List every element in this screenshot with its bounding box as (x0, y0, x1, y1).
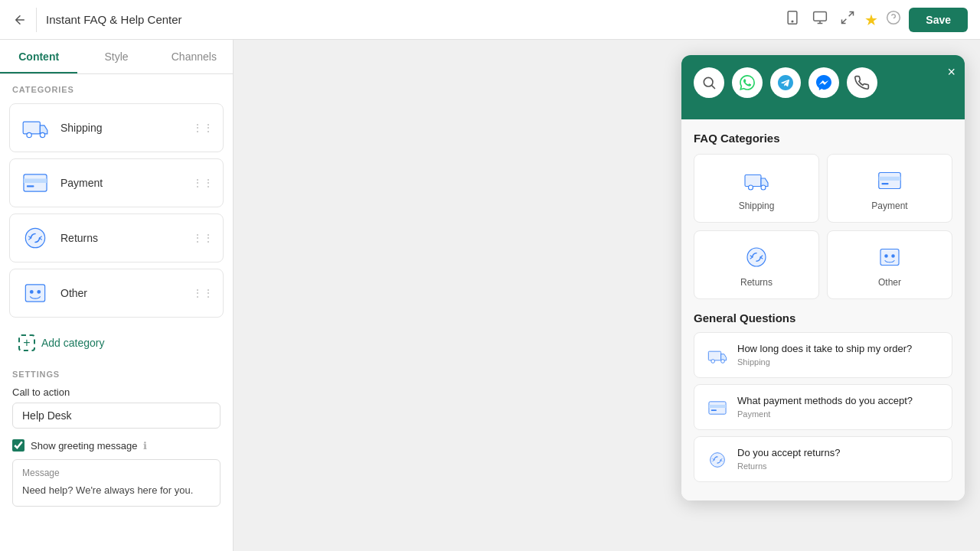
show-greeting-checkbox[interactable] (12, 439, 24, 452)
preview-area: × (234, 40, 980, 551)
svg-rect-29 (709, 405, 726, 408)
faq-payment-icon (874, 165, 905, 196)
gq-item-shipping[interactable]: How long does it take to ship my order? … (694, 332, 952, 378)
gq-item-text: How long does it take to ship my order? … (737, 342, 912, 367)
svg-point-16 (749, 185, 753, 190)
whatsapp-channel-icon[interactable] (732, 67, 763, 98)
telegram-channel-icon[interactable] (770, 67, 801, 98)
faq-card-returns[interactable]: Returns (694, 230, 819, 299)
faq-categories-title: FAQ Categories (694, 132, 952, 145)
drag-handle[interactable]: ⋮⋮ (192, 177, 214, 189)
add-icon: + (18, 334, 35, 351)
search-channel-icon[interactable] (694, 67, 724, 98)
faq-card-label: Other (878, 277, 901, 288)
list-item[interactable]: Payment ⋮⋮ (9, 158, 224, 207)
drag-handle[interactable]: ⋮⋮ (192, 122, 214, 134)
svg-point-10 (25, 228, 44, 247)
svg-point-21 (747, 248, 766, 266)
svg-rect-4 (23, 122, 40, 134)
svg-rect-8 (24, 178, 47, 183)
widget-header: × (681, 55, 965, 119)
svg-rect-11 (25, 285, 44, 302)
tab-content[interactable]: Content (0, 40, 77, 73)
tablet-icon[interactable] (785, 10, 800, 29)
svg-point-13 (37, 290, 41, 294)
faq-widget: × (681, 55, 965, 500)
add-category-button[interactable]: + Add category (0, 327, 233, 359)
category-name: Shipping (60, 122, 192, 134)
gq-category: Shipping (737, 357, 912, 367)
returns-icon (19, 222, 51, 254)
other-icon (19, 277, 51, 309)
list-item[interactable]: Other ⋮⋮ (9, 269, 224, 318)
drag-handle[interactable]: ⋮⋮ (192, 287, 214, 299)
tab-style[interactable]: Style (77, 40, 155, 73)
gq-item-returns[interactable]: Do you accept returns? Returns (694, 436, 952, 482)
shipping-icon (19, 112, 51, 144)
star-icon[interactable]: ★ (864, 11, 878, 29)
gq-item-payment[interactable]: What payment methods do you accept? Paym… (694, 384, 952, 430)
main-layout: Content Style Channels CATEGORIES Shippi… (0, 40, 980, 551)
svg-point-26 (711, 360, 715, 364)
svg-point-24 (891, 254, 895, 258)
widget-close-button[interactable]: × (947, 64, 956, 80)
gq-question: How long does it take to ship my order? (737, 342, 912, 356)
gq-payment-icon (705, 396, 730, 420)
monitor-icon[interactable] (812, 10, 828, 29)
category-name: Other (60, 287, 192, 299)
category-name: Returns (60, 232, 192, 244)
faq-card-payment[interactable]: Payment (827, 154, 952, 223)
tab-channels[interactable]: Channels (155, 40, 233, 73)
faq-card-label: Payment (871, 201, 907, 211)
add-category-label: Add category (41, 337, 105, 349)
general-questions-title: General Questions (694, 311, 952, 324)
faq-other-icon (874, 242, 905, 272)
list-item[interactable]: Returns ⋮⋮ (9, 214, 224, 262)
topbar: Instant FAQ & Help Center ★ Save (0, 0, 980, 40)
svg-point-6 (40, 132, 44, 137)
gq-item-text: Do you accept returns? Returns (737, 446, 840, 471)
tabs: Content Style Channels (0, 40, 233, 74)
cta-label: Call to action (12, 386, 220, 398)
svg-rect-15 (745, 175, 761, 187)
svg-rect-30 (711, 409, 717, 411)
gq-question: Do you accept returns? (737, 446, 840, 460)
left-panel: Content Style Channels CATEGORIES Shippi… (0, 40, 234, 551)
info-icon: ℹ (143, 440, 147, 452)
svg-rect-20 (882, 183, 889, 184)
gq-question: What payment methods do you accept? (737, 394, 913, 408)
help-icon[interactable] (886, 10, 901, 29)
gq-category: Payment (737, 409, 913, 419)
save-button[interactable]: Save (909, 8, 968, 32)
device-selector (785, 10, 855, 29)
svg-rect-19 (879, 177, 901, 181)
faq-card-other[interactable]: Other (827, 230, 952, 299)
category-list: Shipping ⋮⋮ Payment ⋮⋮ (0, 100, 233, 327)
payment-icon (19, 167, 51, 199)
message-label: Message (22, 468, 211, 478)
faq-card-shipping[interactable]: Shipping (694, 154, 819, 223)
svg-point-3 (887, 11, 900, 24)
list-item[interactable]: Shipping ⋮⋮ (9, 103, 224, 152)
category-name: Payment (60, 177, 192, 189)
back-button[interactable] (12, 8, 37, 32)
page-title: Instant FAQ & Help Center (46, 13, 776, 26)
svg-point-5 (27, 132, 31, 137)
faq-returns-icon (741, 242, 772, 272)
messenger-channel-icon[interactable] (808, 67, 839, 98)
cta-input[interactable] (12, 403, 220, 429)
phone-channel-icon[interactable] (847, 67, 877, 98)
message-text: Need help? We're always here for you. (22, 483, 211, 498)
faq-card-label: Returns (740, 277, 773, 288)
message-card: Message Need help? We're always here for… (12, 459, 220, 507)
widget-body: FAQ Categories Shipping (681, 119, 965, 500)
svg-point-23 (884, 254, 888, 258)
drag-handle[interactable]: ⋮⋮ (192, 232, 214, 244)
svg-point-12 (30, 290, 34, 294)
resize-icon[interactable] (840, 10, 855, 29)
svg-point-17 (761, 185, 766, 190)
gq-returns-icon (705, 448, 730, 472)
svg-rect-25 (708, 351, 720, 360)
faq-shipping-icon (741, 165, 772, 196)
svg-rect-9 (27, 185, 34, 187)
